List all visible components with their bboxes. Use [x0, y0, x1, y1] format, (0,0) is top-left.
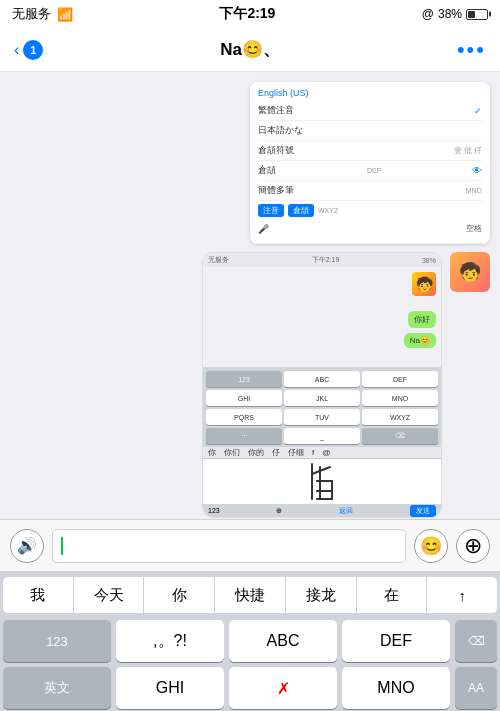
suggestion-在[interactable]: 在 [357, 577, 428, 613]
key-aa[interactable]: AA [455, 667, 497, 709]
delete-icon: ⌫ [468, 634, 485, 648]
add-icon: ⊕ [464, 533, 482, 559]
keyboard-area: 我 今天 你 快捷 接龙 在 ↑ 123 ,。?! ABC DEF ⌫ 英文 G… [0, 571, 500, 711]
voice-icon: 🔊 [17, 536, 37, 555]
battery-percent: 38% [438, 7, 462, 21]
key-123[interactable]: 123 [3, 620, 111, 662]
suggestion-快捷[interactable]: 快捷 [215, 577, 286, 613]
status-left: 无服务 📶 [12, 5, 73, 23]
ss-hw-suggestions: 你你们你的仔仔细f@ [203, 447, 441, 459]
key-def[interactable]: DEF [342, 620, 450, 662]
cross-icon: ✗ [277, 679, 290, 698]
key-def-label: DEF [380, 632, 412, 650]
user-avatar: 🧒 [450, 252, 490, 292]
key-mno-label: MNO [377, 679, 414, 697]
avatar-image: 🧒 [450, 252, 490, 292]
add-button[interactable]: ⊕ [456, 529, 490, 563]
suggestion-我[interactable]: 我 [3, 577, 74, 613]
ss-hw-bottom: 123 ⊕ 返回 发送 [203, 504, 441, 517]
ss-msg-1: 你好 [408, 311, 436, 328]
chat-area: English (US) 繁體注音 ✓ 日本語かな 倉頡符號 壹 仳 仔 倉頡 … [0, 72, 500, 519]
input-bar: 🔊 😊 ⊕ [0, 519, 500, 571]
key-ghi[interactable]: GHI [116, 667, 224, 709]
key-aa-label: AA [468, 681, 484, 695]
suggestions-row: 我 今天 你 快捷 接龙 在 ↑ [3, 577, 497, 613]
key-ghi-label: GHI [156, 679, 184, 697]
message-input[interactable] [52, 529, 406, 563]
carrier-label: 无服务 [12, 5, 51, 23]
ss-avatar: 🧒 [412, 272, 436, 296]
key-english[interactable]: 英文 [3, 667, 111, 709]
key-mno[interactable]: MNO [342, 667, 450, 709]
emoji-button[interactable]: 😊 [414, 529, 448, 563]
message-bubble-1: English (US) 繁體注音 ✓ 日本語かな 倉頡符號 壹 仳 仔 倉頡 … [250, 82, 490, 244]
key-123-label: 123 [46, 634, 68, 649]
key-punctuation-label: ,。?! [153, 631, 187, 652]
key-abc-label: ABC [267, 632, 300, 650]
nav-bar: ‹ 1 Na😊、 ••• [0, 28, 500, 72]
keyboard-row-1: 123 ,。?! ABC DEF ⌫ [3, 620, 497, 662]
key-abc[interactable]: ABC [229, 620, 337, 662]
key-english-label: 英文 [44, 679, 70, 697]
suggestion-接龙[interactable]: 接龙 [286, 577, 357, 613]
status-time: 下午2:19 [219, 5, 275, 23]
ss-handwrite: 你你们你的仔仔细f@ [203, 447, 441, 517]
keyboard-row-2: 英文 GHI ✗ MNO AA [3, 667, 497, 709]
chat-screenshot: 无服务 下午2:19 38% 🧒 你好 Na😊 [202, 252, 442, 518]
key-delete[interactable]: ⌫ [455, 620, 497, 662]
location-icon: @ [422, 7, 434, 21]
voice-button[interactable]: 🔊 [10, 529, 44, 563]
text-cursor [61, 537, 63, 555]
more-button[interactable]: ••• [457, 37, 486, 63]
keyboard-screenshot-1: English (US) 繁體注音 ✓ 日本語かな 倉頡符號 壹 仳 仔 倉頡 … [250, 82, 490, 244]
message-bubble-2: 无服务 下午2:19 38% 🧒 你好 Na😊 [202, 252, 490, 518]
nav-badge[interactable]: 1 [23, 40, 43, 60]
key-cross[interactable]: ✗ [229, 667, 337, 709]
wifi-icon: 📶 [57, 7, 73, 22]
status-right: @ 38% [422, 7, 488, 21]
suggestion-今天[interactable]: 今天 [74, 577, 145, 613]
ss-keyboard: 123 ABC DEF GHI JKL MNO PQRS TUV WXYZ [203, 367, 441, 447]
ss-hw-canvas [203, 459, 441, 504]
battery-icon [466, 9, 488, 20]
ss-statusbar: 无服务 下午2:19 38% [203, 253, 441, 267]
chat-title: Na😊、 [220, 38, 280, 61]
back-chevron: ‹ [14, 41, 19, 59]
emoji-icon: 😊 [420, 535, 442, 557]
ss-msg-2: Na😊 [404, 333, 436, 348]
ss-chat: 🧒 你好 Na😊 [203, 267, 441, 367]
suggestion-你[interactable]: 你 [144, 577, 215, 613]
status-bar: 无服务 📶 下午2:19 @ 38% [0, 0, 500, 28]
nav-back[interactable]: ‹ 1 [14, 40, 43, 60]
key-punctuation[interactable]: ,。?! [116, 620, 224, 662]
suggestion-up[interactable]: ↑ [427, 577, 497, 613]
